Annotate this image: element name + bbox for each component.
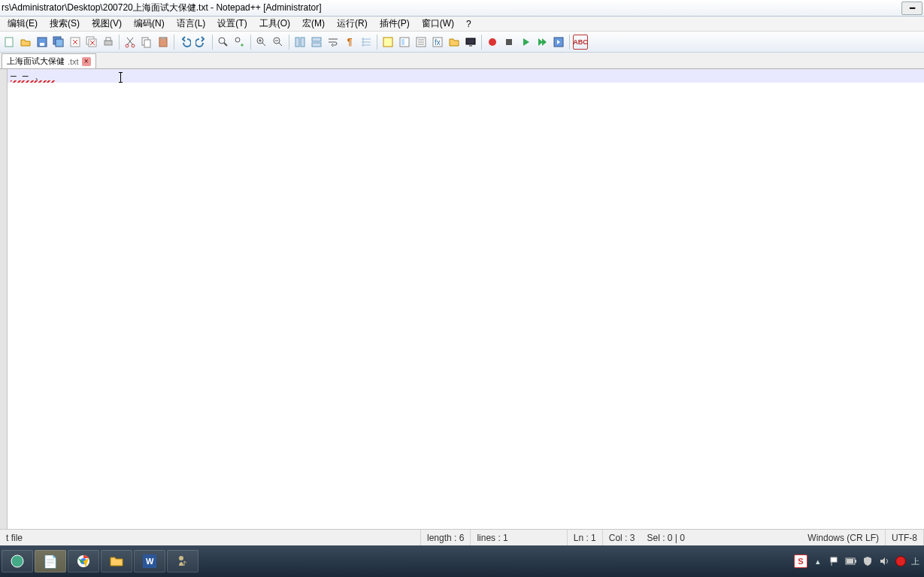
find-icon[interactable] xyxy=(216,35,231,50)
svg-point-35 xyxy=(11,555,23,567)
zoom-in-icon[interactable] xyxy=(254,35,269,50)
play-macro-icon[interactable] xyxy=(518,35,533,50)
menu-language[interactable]: 语言(L) xyxy=(171,16,212,32)
redo-icon[interactable] xyxy=(194,35,209,50)
svg-rect-15 xyxy=(161,37,165,39)
svg-rect-33 xyxy=(506,39,512,45)
toolbar: ¶ fx ABC xyxy=(0,32,924,53)
window-title: rs\Administrator\Desktop\200720上海面试大保健.t… xyxy=(2,2,322,14)
tray-battery-icon[interactable] xyxy=(845,555,857,567)
function-list-icon[interactable]: fx xyxy=(430,35,445,50)
spellcheck-icon[interactable]: ABC xyxy=(573,35,588,50)
separator-icon xyxy=(377,35,377,50)
svg-text:fx: fx xyxy=(435,38,441,47)
status-eol[interactable]: Windows (CR LF) xyxy=(801,530,886,545)
tray-shield-icon[interactable] xyxy=(862,555,874,567)
record-macro-icon[interactable] xyxy=(485,35,500,50)
save-all-icon[interactable] xyxy=(51,35,66,50)
text-editor[interactable]: ——、 xyxy=(0,69,924,529)
tray-flag-icon[interactable] xyxy=(829,555,841,567)
minimize-button[interactable]: ━ xyxy=(901,2,922,15)
taskbar-app3-icon[interactable] xyxy=(167,550,198,572)
separator-icon xyxy=(212,35,213,50)
svg-rect-44 xyxy=(847,559,853,563)
menu-view[interactable]: 视图(V) xyxy=(86,16,128,32)
windows-taskbar: 📄 W S ▴ 上 xyxy=(0,545,924,577)
editor-gutter xyxy=(0,69,8,529)
cut-icon[interactable] xyxy=(123,35,138,50)
svg-point-32 xyxy=(489,38,496,46)
svg-rect-20 xyxy=(295,38,299,47)
doc-list-icon[interactable] xyxy=(414,35,429,50)
show-all-chars-icon[interactable]: ¶ xyxy=(342,35,357,50)
tray-record-icon[interactable] xyxy=(895,555,907,567)
separator-icon xyxy=(119,35,120,50)
copy-icon[interactable] xyxy=(139,35,154,50)
taskbar-app2-icon[interactable]: 📄 xyxy=(35,550,66,572)
new-icon[interactable] xyxy=(2,35,17,50)
menu-search[interactable]: 搜索(S) xyxy=(44,16,86,32)
separator-icon xyxy=(250,35,251,50)
save-macro-icon[interactable] xyxy=(551,35,566,50)
menu-macro[interactable]: 宏(M) xyxy=(296,16,331,32)
svg-rect-9 xyxy=(106,38,111,41)
tray-sound-icon[interactable] xyxy=(878,555,890,567)
folder-workspace-icon[interactable] xyxy=(447,35,462,50)
svg-rect-2 xyxy=(40,43,44,46)
tray-ime-icon[interactable]: S xyxy=(794,554,807,568)
play-multi-icon[interactable] xyxy=(535,35,550,50)
separator-icon xyxy=(289,35,289,50)
tray-text: 上 xyxy=(911,556,919,567)
replace-icon[interactable] xyxy=(232,35,247,50)
file-tabstrip: 上海面试大保健.txt × xyxy=(0,53,924,69)
sync-v-icon[interactable] xyxy=(292,35,307,50)
tab-close-icon[interactable]: × xyxy=(82,57,91,66)
separator-icon xyxy=(569,35,570,50)
lang-userdef-icon[interactable] xyxy=(380,35,395,50)
doc-map-icon[interactable] xyxy=(397,35,412,50)
menu-window[interactable]: 窗口(W) xyxy=(416,16,460,32)
taskbar-chrome-icon[interactable] xyxy=(68,550,99,572)
svg-rect-43 xyxy=(855,560,856,563)
svg-rect-31 xyxy=(469,45,472,47)
close-icon[interactable] xyxy=(68,35,83,50)
stop-macro-icon[interactable] xyxy=(501,35,517,50)
paste-icon[interactable] xyxy=(156,35,171,50)
tray-up-icon[interactable]: ▴ xyxy=(812,555,824,567)
svg-point-17 xyxy=(235,38,240,42)
status-length: length : 6 xyxy=(421,530,471,545)
save-icon[interactable] xyxy=(35,35,50,50)
indent-guide-icon[interactable] xyxy=(359,35,374,50)
close-all-icon[interactable] xyxy=(84,35,99,50)
menu-settings[interactable]: 设置(T) xyxy=(211,16,253,32)
undo-icon[interactable] xyxy=(177,35,192,50)
separator-icon xyxy=(174,35,174,50)
status-filetype: t file xyxy=(0,530,421,545)
zoom-out-icon[interactable] xyxy=(271,35,286,50)
menu-encoding[interactable]: 编码(N) xyxy=(128,16,171,32)
status-sel: Sel : 0 | 0 xyxy=(641,530,690,545)
taskbar-app1-icon[interactable] xyxy=(2,550,33,572)
taskbar-word-icon[interactable]: W xyxy=(134,550,165,572)
window-titlebar: rs\Administrator\Desktop\200720上海面试大保健.t… xyxy=(0,0,924,17)
menu-tools[interactable]: 工具(O) xyxy=(253,16,296,32)
current-line-highlight xyxy=(8,69,924,83)
open-icon[interactable] xyxy=(18,35,33,50)
taskbar-explorer-icon[interactable] xyxy=(101,550,132,572)
file-tab-active[interactable]: 上海面试大保健.txt × xyxy=(2,53,96,68)
status-encoding[interactable]: UTF-8 xyxy=(886,530,924,545)
svg-rect-23 xyxy=(312,43,321,47)
svg-rect-21 xyxy=(301,38,304,47)
monitor-icon[interactable] xyxy=(463,35,478,50)
status-lines: lines : 1 xyxy=(471,530,514,545)
status-ln: Ln : 1 xyxy=(567,530,603,545)
menu-edit[interactable]: 编辑(E) xyxy=(2,16,44,32)
tab-filename: 上海面试大保健 xyxy=(7,56,65,67)
sync-h-icon[interactable] xyxy=(309,35,324,50)
print-icon[interactable] xyxy=(101,35,116,50)
menu-help[interactable]: ? xyxy=(460,17,477,31)
wordwrap-icon[interactable] xyxy=(326,35,341,50)
separator-icon xyxy=(481,35,482,50)
menu-run[interactable]: 运行(R) xyxy=(331,16,374,32)
menu-plugins[interactable]: 插件(P) xyxy=(374,16,416,32)
